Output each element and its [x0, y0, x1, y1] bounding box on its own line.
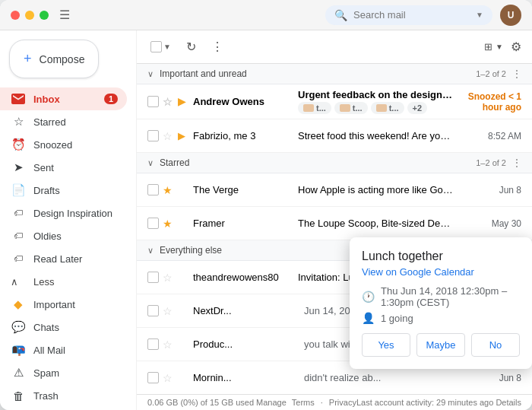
email-checkbox[interactable] [147, 305, 163, 316]
last-activity: Last account activity: 29 minutes ago De… [356, 398, 521, 407]
privacy-link[interactable]: Privacy [329, 398, 356, 407]
sidebar-item-starred[interactable]: ☆ Starred [0, 110, 127, 133]
email-time: Jun 8 [461, 185, 521, 195]
section-more-button[interactable]: ⋮ [512, 157, 521, 168]
star-button[interactable]: ☆ [163, 305, 178, 317]
section-count: 1–2 of 2 [476, 69, 506, 78]
sidebar-item-sent[interactable]: ➤ Sent [0, 156, 127, 179]
compose-label: Compose [40, 53, 85, 65]
important-label: Important [33, 299, 118, 310]
important-marker: ▶ [178, 218, 193, 229]
terms-link[interactable]: Terms [292, 398, 315, 407]
email-checkbox[interactable] [147, 96, 163, 107]
allmail-icon: 📭 [11, 343, 26, 357]
important-icon: ◆ [11, 297, 26, 311]
section-count: 1–2 of 2 [476, 158, 506, 167]
close-button[interactable] [11, 11, 20, 20]
sidebar: + Compose Inbox 1 ☆ Starred ⏰ Snoozed ➤ [0, 30, 137, 410]
popup-maybe-button[interactable]: Maybe [416, 333, 465, 357]
attachment-chip: t... [334, 102, 368, 114]
sidebar-item-inbox[interactable]: Inbox 1 [0, 87, 127, 110]
star-button[interactable]: ☆ [163, 338, 178, 351]
popup-no-button[interactable]: No [471, 333, 520, 357]
email-time: May 30 [461, 218, 521, 229]
sidebar-item-oldies[interactable]: 🏷 Oldies [0, 224, 127, 247]
email-checkbox[interactable] [147, 272, 163, 283]
search-input[interactable] [353, 9, 470, 21]
email-subject-snippet: Urgent feedback on the designs – Th... [298, 89, 454, 100]
email-checkbox[interactable] [147, 218, 163, 229]
menu-icon[interactable]: ☰ [59, 8, 70, 22]
star-button[interactable]: ★ [163, 184, 178, 196]
section-starred: ∨ Starred 1–2 of 2 ⋮ [137, 153, 532, 173]
popup-datetime: 🕐 Thu Jun 14, 2018 12:30pm – 1:30pm (CES… [362, 285, 520, 308]
popup-yes-button[interactable]: Yes [362, 333, 410, 357]
email-from: Framer [193, 218, 292, 229]
section-chevron[interactable]: ∨ [147, 246, 154, 256]
email-subject: Street food this weekend! Are you in tow… [298, 130, 461, 141]
email-checkbox[interactable] [147, 184, 163, 195]
select-all-checkbox[interactable]: ▼ [147, 38, 174, 56]
sidebar-item-trash[interactable]: 🗑 Trash [0, 384, 127, 407]
star-button[interactable]: ☆ [163, 372, 178, 384]
view-toggle-button[interactable]: ⊞ ▼ [484, 41, 503, 52]
titlebar-right: 🔍 ▼ U [325, 5, 521, 26]
details-link[interactable]: Details [496, 398, 521, 407]
design-inspiration-label: Design Inspiration [33, 208, 118, 219]
popup-calendar-link[interactable]: View on Google Calendar [362, 266, 520, 278]
manage-link[interactable]: Manage [256, 398, 287, 407]
email-row[interactable]: ☆ ▶ Andrew Owens Urgent feedback on the … [137, 84, 532, 119]
person-icon: 👤 [362, 312, 375, 324]
sidebar-toggle-less[interactable]: ∧ Less [0, 270, 136, 293]
snoozed-label: Snoozed [33, 139, 118, 151]
star-button[interactable]: ☆ [163, 96, 178, 108]
compose-plus-icon: + [24, 51, 32, 67]
search-bar: 🔍 ▼ [325, 5, 492, 25]
settings-button[interactable]: ⚙ [511, 40, 521, 54]
email-subject: How Apple is acting more like Google [298, 184, 461, 195]
sidebar-item-allmail[interactable]: 📭 All Mail [0, 338, 127, 361]
allmail-label: All Mail [33, 345, 118, 356]
minimize-button[interactable] [25, 11, 34, 20]
email-from: Fabrizio, me 3 [193, 130, 292, 141]
sidebar-item-important[interactable]: ◆ Important [0, 293, 127, 316]
email-checkbox[interactable] [147, 372, 163, 383]
star-button[interactable]: ★ [163, 218, 178, 230]
section-label: Important and unread [160, 68, 247, 79]
email-snippet: didn't realize ab... [298, 372, 388, 383]
section-important-unread: ∨ Important and unread 1–2 of 2 ⋮ [137, 64, 532, 84]
sidebar-item-categories[interactable]: ▶ Categories [0, 407, 127, 410]
section-chevron[interactable]: ∨ [147, 69, 154, 79]
chats-label: Chats [33, 322, 118, 333]
attachment-chips: t... t... t... +2 [298, 102, 454, 114]
maximize-button[interactable] [40, 11, 49, 20]
more-options-button[interactable]: ⋮ [208, 37, 226, 57]
email-subject-snippet: The Loupe Scoop, Bite-sized Design Tips … [292, 218, 461, 229]
attachment-chip: t... [371, 102, 404, 114]
email-row[interactable]: ★ ▶ The Verge How Apple is acting more l… [137, 173, 532, 207]
sidebar-item-chats[interactable]: 💬 Chats [0, 316, 127, 338]
search-dropdown-icon[interactable]: ▼ [476, 11, 483, 19]
sidebar-item-readlater[interactable]: 🏷 Read Later [0, 247, 127, 270]
section-more-button[interactable]: ⋮ [512, 68, 521, 79]
email-row[interactable]: ☆ ▶ Fabrizio, me 3 Street food this week… [137, 119, 532, 153]
avatar[interactable]: U [500, 5, 521, 26]
star-button[interactable]: ☆ [163, 130, 178, 142]
section-chevron[interactable]: ∨ [147, 158, 154, 168]
sidebar-item-drafts[interactable]: 📄 Drafts [0, 179, 127, 202]
email-checkbox[interactable] [147, 338, 163, 350]
popup-title: Lunch together [362, 249, 520, 263]
sidebar-item-snoozed[interactable]: ⏰ Snoozed [0, 133, 127, 156]
calendar-popup: Lunch together View on Google Calendar 🕐… [350, 237, 532, 369]
compose-button[interactable]: + Compose [9, 40, 99, 78]
refresh-button[interactable]: ↻ [183, 37, 199, 57]
spam-label: Spam [33, 367, 118, 379]
star-button[interactable]: ☆ [163, 272, 178, 284]
email-checkbox[interactable] [147, 130, 163, 141]
email-subject-snippet: didn't realize ab... [292, 372, 461, 383]
inbox-badge: 1 [104, 94, 118, 104]
sidebar-item-design-inspiration[interactable]: 🏷 Design Inspiration [0, 202, 127, 224]
sidebar-item-spam[interactable]: ⚠ Spam [0, 361, 127, 384]
inbox-icon [11, 94, 26, 104]
email-row[interactable]: ★ ▶ Framer The Loupe Scoop, Bite-sized D… [137, 207, 532, 240]
